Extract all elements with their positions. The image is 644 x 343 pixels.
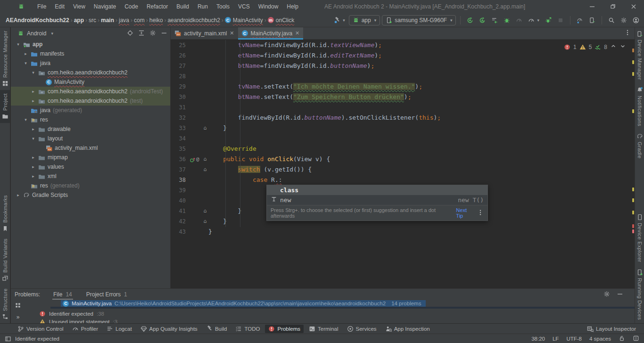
override-icon[interactable] bbox=[190, 156, 196, 163]
tree-chevron-icon[interactable]: ▾ bbox=[23, 117, 28, 122]
tab-bar-options-icon[interactable] bbox=[620, 29, 635, 37]
window-minimize-button[interactable] bbox=[582, 0, 603, 13]
attach-debugger-button[interactable] bbox=[543, 16, 553, 25]
tool-window-button-todo[interactable]: TODO bbox=[232, 325, 263, 333]
project-options-button[interactable] bbox=[149, 30, 156, 38]
breadcrumb-item-heiko[interactable]: heiko bbox=[149, 16, 164, 24]
tool-window-button-app-quality-insights[interactable]: App Quality Insights bbox=[137, 325, 201, 333]
completion-item-new[interactable]: newnew T() bbox=[267, 195, 487, 205]
tool-button-structure[interactable]: Structure bbox=[0, 285, 10, 323]
breadcrumb-item-mainactivity[interactable]: CMainActivity bbox=[224, 16, 264, 24]
code-editor[interactable]: 25 tvName=findViewById(R.id.textViewName… bbox=[171, 40, 635, 288]
settings-button[interactable] bbox=[619, 16, 629, 25]
tree-item-gradle-scripts[interactable]: ▸Gradle Scripts bbox=[11, 190, 170, 200]
error-stripe-mark[interactable] bbox=[632, 229, 634, 233]
error-stripe-mark[interactable] bbox=[632, 49, 634, 52]
error-stripe-mark[interactable] bbox=[632, 211, 634, 214]
breadcrumb-item-onclick[interactable]: monClick bbox=[267, 16, 295, 24]
tree-item-com-heiko-aeandroidkochbuch2-androidtest[interactable]: ▸com.heiko.aeandroidkochbuch2(androidTes… bbox=[11, 87, 170, 96]
tree-item-values[interactable]: ▸values bbox=[11, 162, 170, 172]
error-stripe-mark[interactable] bbox=[632, 60, 634, 64]
tree-chevron-icon[interactable]: ▸ bbox=[31, 98, 36, 103]
project-hide-panel-button[interactable] bbox=[161, 30, 167, 38]
problem-row-error[interactable]: Identifier expected :38 bbox=[39, 310, 635, 318]
tree-item-java[interactable]: ▾java bbox=[11, 58, 170, 68]
tree-chevron-icon[interactable]: ▸ bbox=[31, 155, 36, 160]
tool-button-device-explorer[interactable]: Device Explorer bbox=[635, 211, 644, 266]
problem-row-warning[interactable]: Unused import statement :3 bbox=[39, 318, 635, 323]
menu-item-help[interactable]: Help bbox=[282, 2, 303, 11]
tree-item-mainactivity[interactable]: CMainActivity bbox=[11, 77, 170, 87]
menu-item-tools[interactable]: Tools bbox=[212, 2, 234, 11]
tree-chevron-icon[interactable]: ▸ bbox=[31, 127, 36, 131]
status-item-38-20[interactable]: 38:20 bbox=[531, 336, 545, 342]
status-item-4-spaces[interactable]: 4 spaces bbox=[589, 336, 611, 342]
editor-tab-activity-main-xml[interactable]: <>activity_main.xml✕ bbox=[171, 27, 238, 40]
tool-button-running-devices[interactable]: Running Devices bbox=[635, 266, 644, 323]
tool-button-project[interactable]: Project bbox=[0, 90, 10, 123]
window-restore-button[interactable] bbox=[603, 0, 623, 13]
error-stripe-mark[interactable] bbox=[632, 198, 634, 202]
menu-item-edit[interactable]: Edit bbox=[50, 2, 69, 11]
problems-file-row[interactable]: C MainActivity.java C:\Users\Heiko\Andro… bbox=[61, 300, 426, 307]
project-view-selector[interactable]: Android bbox=[27, 30, 46, 37]
status-item-utf-8[interactable]: UTF-8 bbox=[566, 336, 582, 342]
project-locate-file-button[interactable] bbox=[127, 30, 133, 38]
menu-item-refactor[interactable]: Refactor bbox=[142, 2, 172, 11]
breadcrumb-item-main[interactable]: main bbox=[100, 16, 115, 24]
breadcrumb-item-src[interactable]: src bbox=[88, 16, 97, 24]
tree-item-layout[interactable]: ▾layout bbox=[11, 134, 170, 143]
tool-button-gradle[interactable]: Gradle bbox=[635, 130, 644, 162]
rerun-app-button[interactable] bbox=[465, 16, 475, 25]
inspections-widget[interactable]: 158 bbox=[564, 43, 626, 51]
tool-button-device-manager[interactable]: Device Manager bbox=[635, 27, 644, 83]
tree-chevron-icon[interactable]: ▾ bbox=[16, 42, 21, 47]
tree-chevron-icon[interactable]: ▾ bbox=[31, 70, 36, 75]
menu-item-run[interactable]: Run bbox=[193, 2, 212, 11]
problems-hide-panel-button[interactable] bbox=[617, 291, 623, 299]
fold-marker-icon[interactable]: ⌂ bbox=[202, 206, 208, 216]
tool-window-button-profiler[interactable]: Profiler bbox=[69, 325, 101, 333]
menu-item-file[interactable]: File bbox=[33, 2, 50, 11]
tree-item-com-heiko-aeandroidkochbuch2[interactable]: ▾com.heiko.aeandroidkochbuch2 bbox=[11, 68, 170, 77]
tool-window-button-logcat[interactable]: Logcat bbox=[103, 325, 135, 333]
tree-item-xml[interactable]: ▸xml bbox=[11, 172, 170, 181]
breadcrumb-item-app[interactable]: app bbox=[73, 16, 85, 24]
breadcrumb-item-aeandroidkochbuch22[interactable]: AEAndroidKochbuch22 bbox=[5, 16, 70, 24]
apply-changes-restart-activity-button[interactable]: A bbox=[477, 16, 487, 25]
tree-item-res-generated[interactable]: res(generated) bbox=[11, 181, 170, 190]
profile-or-debug-apk-button[interactable] bbox=[575, 16, 585, 25]
fold-marker-icon[interactable]: ⌂ bbox=[202, 164, 208, 175]
status-item-lf[interactable]: LF bbox=[553, 336, 559, 342]
tool-window-button-build[interactable]: Build bbox=[203, 325, 231, 333]
tree-chevron-icon[interactable]: ▸ bbox=[31, 89, 36, 94]
tree-item-app[interactable]: ▾app bbox=[11, 40, 170, 49]
menu-item-code[interactable]: Code bbox=[120, 2, 142, 11]
tree-chevron-icon[interactable]: ▾ bbox=[23, 61, 28, 65]
problems-tab-file[interactable]: File14 bbox=[52, 289, 73, 300]
tool-window-button-problems[interactable]: Problems bbox=[265, 325, 304, 333]
error-stripe-mark[interactable] bbox=[632, 72, 634, 76]
problems-expand-rows-button[interactable]: » bbox=[17, 314, 20, 320]
tree-item-drawable[interactable]: ▸drawable bbox=[11, 124, 170, 134]
status-lock-unlocked-button[interactable] bbox=[619, 335, 625, 343]
tree-chevron-icon[interactable]: ▸ bbox=[16, 193, 21, 197]
tree-chevron-icon[interactable]: ▸ bbox=[31, 164, 36, 169]
tool-button-resource-manager[interactable]: Resource Manager bbox=[0, 27, 10, 90]
project-collapse-all-button[interactable] bbox=[138, 30, 145, 38]
tree-item-mipmap[interactable]: ▸mipmap bbox=[11, 153, 170, 162]
problems-options-button[interactable] bbox=[603, 291, 610, 299]
profiler-button[interactable]: ▾ bbox=[526, 16, 541, 25]
error-stripe-mark[interactable] bbox=[632, 224, 634, 228]
menu-item-navigate[interactable]: Navigate bbox=[90, 2, 120, 11]
error-stripe-mark[interactable] bbox=[632, 188, 634, 191]
tree-item-java-generated[interactable]: java(generated) bbox=[11, 106, 170, 115]
tree-chevron-icon[interactable]: ▾ bbox=[31, 136, 36, 141]
menu-item-build[interactable]: Build bbox=[172, 2, 193, 11]
device-selector[interactable]: samsung SM-G960F▾ bbox=[382, 15, 456, 25]
tool-window-button-terminal[interactable]: Terminal bbox=[305, 325, 341, 333]
panel-layout-icon[interactable] bbox=[5, 335, 11, 342]
tool-button-bookmarks[interactable]: Bookmarks bbox=[0, 192, 10, 235]
problems-scrollbar[interactable] bbox=[50, 307, 635, 309]
build-variant-button[interactable]: ▾ bbox=[332, 16, 347, 25]
